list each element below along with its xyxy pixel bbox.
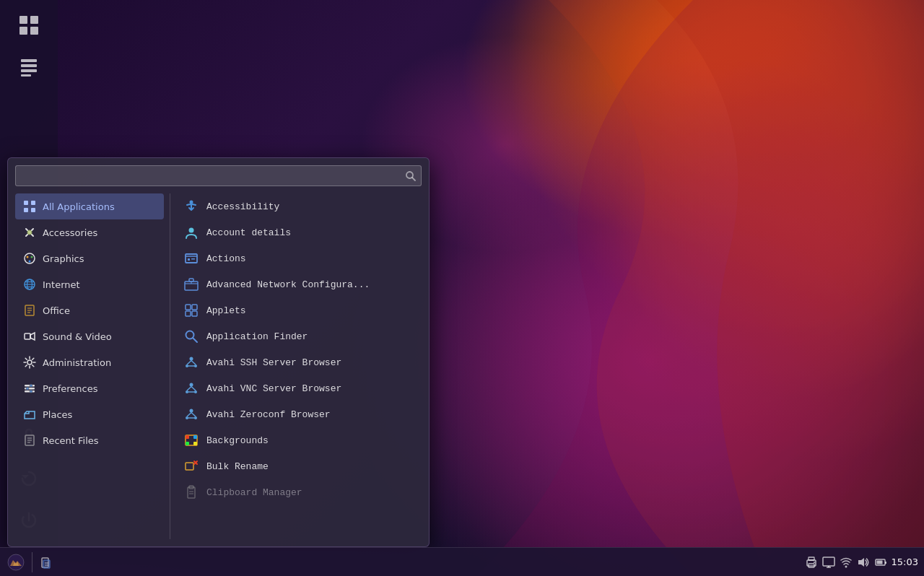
taskbar-whisker-menu[interactable]: [3, 549, 29, 575]
all-applications-icon: [22, 199, 37, 214]
app-avahi-ssh-label: Avahi SSH Server Browser: [206, 357, 341, 368]
app-actions[interactable]: Actions: [176, 245, 422, 271]
accessories-icon: [22, 225, 37, 240]
category-all-applications[interactable]: All Applications: [15, 193, 164, 219]
svg-point-23: [27, 230, 32, 235]
app-backgrounds[interactable]: Backgrounds: [176, 427, 422, 453]
svg-point-96: [8, 554, 24, 570]
app-account-details[interactable]: Account details: [176, 219, 422, 245]
svg-line-75: [187, 387, 191, 391]
svg-rect-89: [186, 463, 193, 470]
svg-rect-62: [186, 311, 191, 316]
taskbar-battery-icon[interactable]: [874, 556, 887, 569]
svg-rect-54: [188, 258, 190, 261]
taskbar-display-icon[interactable]: [822, 556, 835, 569]
taskbar-printer-icon[interactable]: [805, 556, 818, 569]
administration-icon: [22, 355, 37, 370]
menu-content: All Applications Accessories: [15, 193, 422, 539]
dock-task-manager[interactable]: [9, 48, 48, 87]
svg-line-81: [187, 413, 191, 417]
app-bulk-rename[interactable]: Bulk Rename: [176, 453, 422, 479]
app-adv-network[interactable]: Advanced Network Configura...: [176, 271, 422, 297]
search-bar: [15, 165, 422, 186]
svg-rect-87: [186, 442, 189, 445]
category-administration-label: Administration: [43, 357, 111, 368]
svg-rect-86: [193, 435, 197, 439]
category-preferences[interactable]: Preferences: [15, 375, 164, 401]
svg-rect-55: [191, 258, 195, 260]
app-account-details-label: Account details: [206, 227, 291, 238]
taskbar-file-manager[interactable]: [35, 549, 61, 575]
svg-point-25: [27, 256, 29, 258]
svg-point-43: [30, 384, 32, 387]
category-office-label: Office: [43, 305, 70, 316]
svg-rect-112: [876, 560, 882, 564]
category-graphics[interactable]: Graphics: [15, 245, 164, 271]
category-office[interactable]: Office: [15, 297, 164, 323]
category-sound-video[interactable]: Sound & Video: [15, 323, 164, 349]
svg-rect-98: [43, 560, 50, 568]
adv-network-icon: [183, 276, 199, 292]
svg-rect-85: [186, 435, 189, 439]
app-avahi-ssh[interactable]: Avahi SSH Server Browser: [176, 349, 422, 375]
app-avahi-vnc[interactable]: Avahi VNC Server Browser: [176, 375, 422, 401]
app-finder[interactable]: Application Finder: [176, 323, 422, 349]
category-accessories-label: Accessories: [43, 227, 97, 238]
svg-rect-60: [186, 305, 191, 310]
taskbar: 15:03: [0, 547, 924, 576]
svg-rect-52: [186, 254, 197, 263]
account-details-icon: [183, 224, 199, 240]
svg-marker-109: [858, 558, 864, 567]
svg-rect-3: [19, 16, 27, 24]
dock-files-manager[interactable]: [9, 6, 48, 45]
svg-rect-9: [21, 69, 37, 72]
app-adv-network-label: Advanced Network Configura...: [206, 279, 370, 290]
app-applets[interactable]: Applets: [176, 297, 422, 323]
category-graphics-label: Graphics: [43, 253, 84, 264]
app-accessibility[interactable]: Accessibility: [176, 193, 422, 219]
svg-rect-105: [823, 557, 834, 566]
internet-icon: [22, 277, 37, 292]
svg-rect-4: [30, 16, 38, 24]
svg-point-108: [845, 565, 847, 567]
svg-point-50: [190, 201, 193, 204]
taskbar-separator-1: [32, 552, 32, 572]
app-avahi-vnc-label: Avahi VNC Server Browser: [206, 383, 341, 394]
search-input[interactable]: [20, 167, 405, 184]
category-internet[interactable]: Internet: [15, 271, 164, 297]
preferences-icon: [22, 381, 37, 396]
svg-point-66: [190, 357, 193, 361]
taskbar-network-icon[interactable]: [840, 556, 853, 569]
bulk-rename-icon: [183, 458, 199, 474]
svg-point-51: [189, 228, 194, 233]
svg-rect-6: [30, 27, 38, 35]
category-recent-files[interactable]: Recent Files: [15, 427, 164, 453]
category-preferences-label: Preferences: [43, 383, 97, 394]
svg-point-45: [30, 390, 32, 393]
search-button[interactable]: [405, 170, 417, 182]
category-administration[interactable]: Administration: [15, 349, 164, 375]
app-avahi-zero-label: Avahi Zeroconf Browser: [206, 409, 331, 420]
taskbar-time[interactable]: 15:03: [892, 557, 918, 567]
svg-rect-61: [192, 305, 197, 310]
app-bulk-rename-label: Bulk Rename: [206, 461, 269, 472]
category-all-applications-label: All Applications: [43, 201, 115, 212]
category-accessories[interactable]: Accessories: [15, 219, 164, 245]
svg-point-39: [27, 360, 32, 365]
svg-rect-18: [31, 201, 35, 205]
apps-column: Accessibility Account details: [173, 193, 422, 539]
taskbar-volume-icon[interactable]: [857, 556, 870, 569]
svg-rect-111: [885, 562, 886, 564]
svg-rect-19: [24, 208, 28, 212]
category-recent-files-label: Recent Files: [43, 435, 99, 446]
category-places[interactable]: Places: [15, 401, 164, 427]
app-avahi-zero[interactable]: Avahi Zeroconf Browser: [176, 401, 422, 427]
app-menu: All Applications Accessories: [7, 157, 430, 547]
office-icon: [22, 303, 37, 318]
svg-line-16: [412, 178, 415, 180]
app-clipboard-mgr[interactable]: Clipboard Manager: [176, 479, 422, 505]
recent-files-icon: [22, 433, 37, 448]
svg-rect-63: [192, 311, 197, 316]
applets-icon: [183, 302, 199, 318]
svg-marker-38: [30, 333, 35, 340]
